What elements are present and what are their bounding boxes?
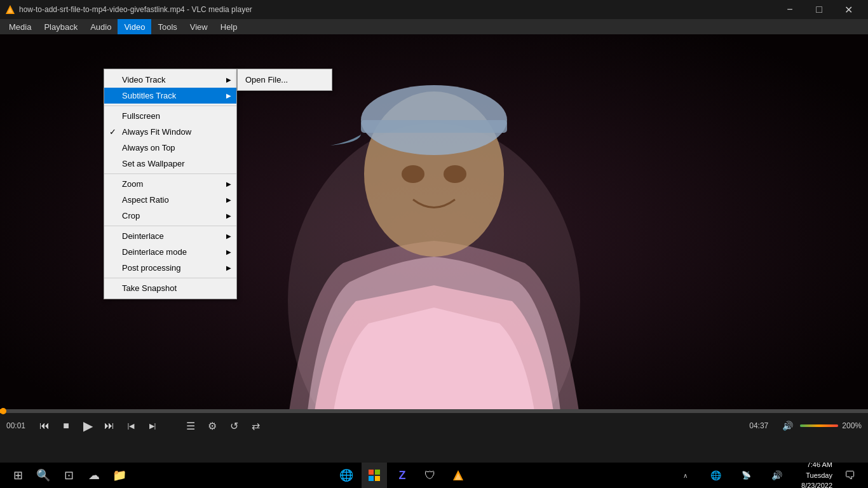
taskbar-app-store[interactable] — [362, 463, 387, 488]
svg-rect-13 — [375, 476, 380, 481]
menu-item-set-as-wallpaper[interactable]: Set as Wallpaper — [104, 156, 236, 172]
progress-indicator — [0, 408, 6, 414]
subtitles-submenu: Open File... — [237, 69, 332, 91]
progress-bar-container[interactable] — [0, 409, 868, 413]
extended-settings-button[interactable]: ⚙ — [203, 417, 221, 435]
taskbar-app-shield[interactable]: 🛡 — [417, 463, 443, 488]
volume-fill — [800, 424, 838, 427]
prev-button[interactable]: ⏮ — [36, 417, 53, 435]
menu-item-take-snapshot[interactable]: Take Snapshot — [104, 280, 236, 296]
time-total: 04:37 — [743, 421, 768, 430]
taskbar-app-vlc[interactable] — [445, 463, 471, 488]
taskbar-app-mafia[interactable]: Z — [390, 463, 415, 488]
menu-tools[interactable]: Tools — [151, 19, 183, 34]
main-content: Video Track Subtitles Track Fullscreen A… — [0, 34, 868, 463]
svg-point-8 — [402, 165, 424, 183]
loop-button[interactable]: ↺ — [225, 417, 243, 435]
separator-3 — [104, 226, 236, 226]
menu-audio[interactable]: Audio — [84, 19, 118, 34]
tray-icon-volume[interactable]: 🔊 — [764, 463, 789, 488]
start-button[interactable]: ⊞ — [5, 463, 31, 488]
taskbar-right: ∧ 🌐 📡 🔊 7:46 AM Tuesday 8/23/2022 🗨 — [672, 459, 863, 488]
menu-media[interactable]: Media — [3, 19, 37, 34]
menu-item-always-on-top[interactable]: Always on Top — [104, 140, 236, 156]
menu-help[interactable]: Help — [214, 19, 244, 34]
separator-4 — [104, 278, 236, 278]
volume-bar[interactable] — [800, 424, 838, 427]
separator-1 — [104, 105, 236, 106]
playlist-button[interactable]: ☰ — [182, 417, 200, 435]
menu-item-zoom[interactable]: Zoom — [104, 176, 236, 192]
svg-rect-12 — [369, 476, 374, 481]
clock-date-day: Tuesday — [794, 470, 832, 481]
menu-item-deinterlace[interactable]: Deinterlace — [104, 228, 236, 244]
svg-rect-10 — [369, 470, 374, 475]
controls-bottom: 00:01 ⏮ ■ ▶ ⏭ |◀ ▶| ☰ ⚙ ↺ ⇄ 04:37 — [0, 413, 868, 438]
task-view-button[interactable]: ⊡ — [56, 463, 81, 488]
tray-icon-network2[interactable]: 📡 — [733, 463, 759, 488]
svg-point-9 — [444, 165, 466, 183]
vlc-app-icon — [5, 4, 15, 15]
menu-item-open-file[interactable]: Open File... — [238, 72, 332, 88]
menu-playback[interactable]: Playback — [37, 19, 84, 34]
menu-item-crop[interactable]: Crop — [104, 208, 236, 224]
menu-view[interactable]: View — [184, 19, 214, 34]
clock-date-full: 8/23/2022 — [794, 480, 832, 488]
frame-next-button[interactable]: ▶| — [144, 417, 161, 435]
svg-rect-7 — [361, 120, 507, 133]
tray-arrow-button[interactable]: ∧ — [672, 463, 698, 488]
titlebar: how-to-add-srt-file-to-mp4-video-givefas… — [0, 0, 868, 19]
next-button[interactable]: ⏭ — [100, 417, 118, 435]
menu-item-deinterlace-mode[interactable]: Deinterlace mode — [104, 244, 236, 260]
menu-item-fullscreen[interactable]: Fullscreen — [104, 108, 236, 124]
video-dropdown-menu: Video Track Subtitles Track Fullscreen A… — [104, 69, 237, 299]
time-current: 00:01 — [6, 421, 32, 430]
titlebar-controls: − □ ✕ — [775, 0, 863, 19]
menu-video[interactable]: Video — [118, 19, 151, 34]
menu-item-always-fit-window[interactable]: Always Fit Window — [104, 124, 236, 140]
separator-2 — [104, 173, 236, 174]
app-wrapper: how-to-add-srt-file-to-mp4-video-givefas… — [0, 0, 868, 488]
search-button[interactable]: 🔍 — [31, 463, 56, 488]
system-taskbar: ⊞ 🔍 ⊡ ☁ 📁 🌐 Z 🛡 — [0, 463, 868, 488]
stop-button[interactable]: ■ — [57, 417, 75, 435]
close-button[interactable]: ✕ — [834, 0, 863, 19]
menubar: Media Playback Audio Video Tools View He… — [0, 19, 868, 34]
volume-label: 200% — [842, 421, 862, 430]
player-controls: 00:01 ⏮ ■ ▶ ⏭ |◀ ▶| ☰ ⚙ ↺ ⇄ 04:37 — [0, 409, 868, 463]
menu-item-video-track[interactable]: Video Track — [104, 72, 236, 88]
shuffle-button[interactable]: ⇄ — [247, 417, 264, 435]
tray-icon-network[interactable]: 🌐 — [703, 463, 728, 488]
notification-button[interactable]: 🗨 — [837, 463, 863, 488]
taskbar-app-chrome[interactable]: 🌐 — [334, 463, 359, 488]
volume-icon-button[interactable]: 🔊 — [778, 417, 796, 435]
widgets-button[interactable]: ☁ — [81, 463, 107, 488]
menu-item-post-processing[interactable]: Post processing — [104, 260, 236, 276]
system-clock[interactable]: 7:46 AM Tuesday 8/23/2022 — [794, 459, 832, 488]
play-button[interactable]: ▶ — [79, 417, 97, 435]
menu-item-aspect-ratio[interactable]: Aspect Ratio — [104, 192, 236, 208]
file-explorer-button[interactable]: 📁 — [107, 463, 132, 488]
titlebar-title: how-to-add-srt-file-to-mp4-video-givefas… — [19, 5, 775, 14]
svg-rect-11 — [375, 470, 380, 475]
minimize-button[interactable]: − — [775, 0, 804, 19]
taskbar-center: 🌐 Z 🛡 — [132, 463, 672, 488]
menu-item-subtitles-track[interactable]: Subtitles Track — [104, 88, 236, 104]
frame-prev-button[interactable]: |◀ — [122, 417, 140, 435]
maximize-button[interactable]: □ — [804, 0, 834, 19]
